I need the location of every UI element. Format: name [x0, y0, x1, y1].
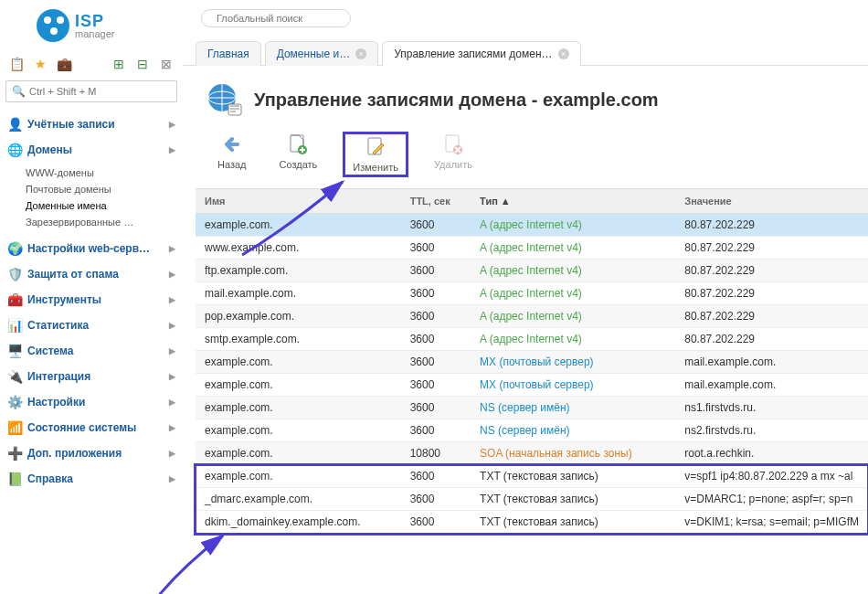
table-row[interactable]: example.com.3600NS (сервер имён)ns2.firs…	[196, 419, 868, 442]
chevron-right-icon: ▶	[169, 423, 175, 432]
cell-type: A (адрес Internet v4)	[471, 328, 675, 351]
chevron-right-icon: ▶	[169, 474, 175, 483]
chevron-right-icon: ▶	[169, 244, 175, 253]
tab[interactable]: Доменные и…×	[265, 41, 378, 66]
nav-sub-item[interactable]: Доменные имена	[26, 197, 177, 214]
global-search[interactable]	[201, 9, 351, 27]
cell-name: example.com.	[196, 374, 401, 397]
nav-item-spam[interactable]: 🛡️Защита от спама▶	[5, 261, 177, 287]
table-row[interactable]: mail.example.com.3600A (адрес Internet v…	[196, 282, 868, 305]
nav-item-help[interactable]: 📗Справка▶	[5, 466, 177, 492]
cell-name: example.com.	[196, 442, 401, 465]
nav-item-tools[interactable]: 🧰Инструменты▶	[5, 287, 177, 313]
nav-sub-item[interactable]: WWW-домены	[26, 164, 177, 181]
nav-label: Статистика	[27, 319, 89, 332]
close-all-icon[interactable]: ⊠	[159, 57, 174, 71]
nav-item-webserver[interactable]: 🌍Настройки web-серв…▶	[5, 236, 177, 261]
cell-value: 80.87.202.229	[675, 214, 868, 237]
nav-icon-settings: ⚙️	[7, 395, 22, 409]
cell-name: mail.example.com.	[196, 282, 401, 305]
table-row[interactable]: example.com.10800SOA (начальная запись з…	[196, 442, 868, 465]
col-name[interactable]: Имя	[196, 189, 401, 214]
cell-name: www.example.com.	[196, 237, 401, 260]
cell-ttl: 3600	[401, 488, 471, 511]
cell-value: 80.87.202.229	[675, 305, 868, 328]
cell-ttl: 10800	[401, 442, 471, 465]
table-row[interactable]: example.com.3600TXT (текстовая запись)v=…	[196, 465, 868, 488]
nav-icon-status: 📶	[7, 420, 22, 435]
nav-item-system[interactable]: 🖥️Система▶	[5, 338, 177, 364]
cell-type: A (адрес Internet v4)	[471, 237, 675, 260]
col-ttl[interactable]: TTL, сек	[401, 189, 471, 214]
back-button[interactable]: Назад	[210, 132, 254, 177]
table-row[interactable]: example.com.3600A (адрес Internet v4)80.…	[196, 214, 868, 237]
cell-value: v=DKIM1; k=rsa; s=email; p=MIGfM	[675, 511, 868, 534]
table-row[interactable]: pop.example.com.3600A (адрес Internet v4…	[196, 305, 868, 328]
nav-label: Учётные записи	[27, 118, 115, 131]
tab-label: Управление записями домен…	[394, 48, 552, 60]
cell-type: A (адрес Internet v4)	[471, 260, 675, 282]
table-row[interactable]: example.com.3600NS (сервер имён)ns1.firs…	[196, 397, 868, 419]
cell-ttl: 3600	[401, 305, 471, 328]
nav-icon-addons: ➕	[7, 446, 22, 461]
tab[interactable]: Управление записями домен…×	[382, 41, 580, 66]
cell-name: smtp.example.com.	[196, 328, 401, 351]
tab[interactable]: Главная	[196, 41, 261, 66]
cell-ttl: 3600	[401, 328, 471, 351]
delete-label: Удалить	[434, 159, 472, 170]
nav-sub-item[interactable]: Зарезервированные …	[26, 214, 177, 230]
nav-item-domains[interactable]: 🌐Домены▶	[5, 137, 177, 163]
create-button[interactable]: Создать	[272, 132, 325, 177]
nav-label: Доп. приложения	[27, 447, 122, 460]
nav-item-accounts[interactable]: 👤Учётные записи▶	[5, 111, 177, 137]
cell-value: v=DMARC1; p=none; aspf=r; sp=n	[675, 488, 868, 511]
records-table: Имя TTL, сек Тип ▲ Значение example.com.…	[196, 188, 868, 534]
cell-name: example.com.	[196, 351, 401, 374]
nav-item-settings[interactable]: ⚙️Настройки▶	[5, 389, 177, 415]
chevron-right-icon: ▶	[169, 120, 175, 129]
tab-close-icon[interactable]: ×	[558, 48, 569, 59]
page-title: Управление записями домена - example.com	[254, 90, 659, 111]
edit-button[interactable]: Изменить	[343, 132, 408, 177]
chevron-right-icon: ▶	[169, 321, 175, 330]
col-type[interactable]: Тип ▲	[471, 189, 675, 214]
nav-item-stats[interactable]: 📊Статистика▶	[5, 313, 177, 338]
nav-icon-domains: 🌐	[7, 143, 22, 157]
nav-item-addons[interactable]: ➕Доп. приложения▶	[5, 440, 177, 466]
briefcase-icon[interactable]: 💼	[57, 57, 71, 71]
tree-icon[interactable]: 📋	[9, 57, 24, 71]
cell-type: A (адрес Internet v4)	[471, 305, 675, 328]
cell-name: dkim._domainkey.example.com.	[196, 511, 401, 534]
logo-subtitle: manager	[75, 29, 114, 39]
nav-label: Защита от спама	[27, 268, 119, 281]
global-search-input[interactable]	[217, 13, 335, 24]
cell-type: MX (почтовый сервер)	[471, 374, 675, 397]
nav-label: Домены	[27, 143, 72, 156]
collapse-icon[interactable]: ⊟	[135, 57, 150, 71]
cell-value: mail.example.com.	[675, 351, 868, 374]
table-row[interactable]: _dmarc.example.com.3600TXT (текстовая за…	[196, 488, 868, 511]
expand-icon[interactable]: ⊞	[111, 57, 126, 71]
table-row[interactable]: smtp.example.com.3600A (адрес Internet v…	[196, 328, 868, 351]
sidebar-search[interactable]: 🔍	[5, 80, 177, 102]
nav-sub-item[interactable]: Почтовые домены	[26, 181, 177, 197]
nav-icon-accounts: 👤	[7, 117, 22, 132]
nav-item-status[interactable]: 📶Состояние системы▶	[5, 415, 177, 440]
tab-close-icon[interactable]: ×	[355, 48, 366, 59]
table-row[interactable]: example.com.3600MX (почтовый сервер)mail…	[196, 351, 868, 374]
table-row[interactable]: example.com.3600MX (почтовый сервер)mail…	[196, 374, 868, 397]
delete-button[interactable]: Удалить	[427, 132, 480, 177]
search-icon: 🔍	[12, 85, 26, 98]
table-row[interactable]: www.example.com.3600A (адрес Internet v4…	[196, 237, 868, 260]
col-value[interactable]: Значение	[675, 189, 868, 214]
table-row[interactable]: dkim._domainkey.example.com.3600TXT (тек…	[196, 511, 868, 534]
cell-ttl: 3600	[401, 511, 471, 534]
sidebar-search-input[interactable]	[29, 86, 171, 97]
create-label: Создать	[280, 159, 318, 170]
cell-ttl: 3600	[401, 214, 471, 237]
cell-name: _dmarc.example.com.	[196, 488, 401, 511]
star-icon[interactable]: ★	[33, 57, 48, 71]
table-row[interactable]: ftp.example.com.3600A (адрес Internet v4…	[196, 260, 868, 282]
nav-item-integration[interactable]: 🔌Интеграция▶	[5, 364, 177, 389]
nav-label: Инструменты	[27, 293, 101, 306]
